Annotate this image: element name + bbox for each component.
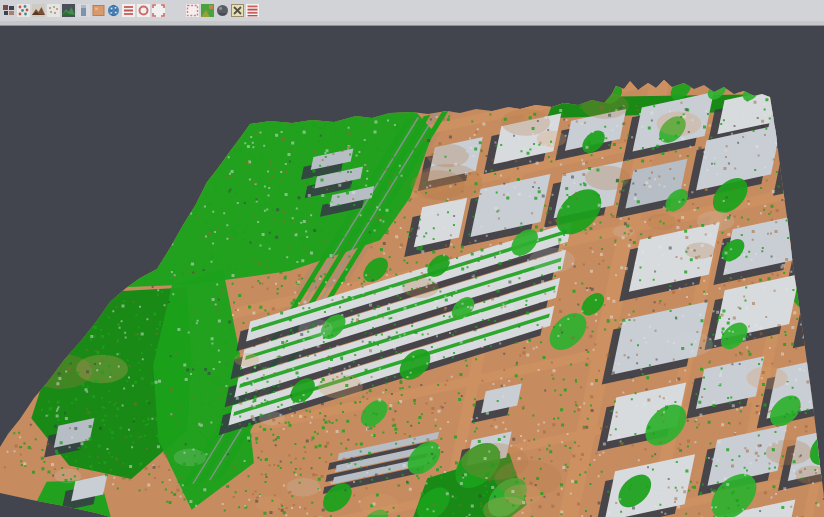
classification-map-icon[interactable] bbox=[200, 1, 215, 20]
clip-tool-icon[interactable] bbox=[230, 1, 245, 20]
sphere-render-icon[interactable] bbox=[215, 1, 230, 20]
surface-model-icon[interactable] bbox=[61, 1, 76, 20]
cross-section-icon[interactable] bbox=[76, 1, 91, 20]
report-icon[interactable] bbox=[245, 1, 260, 20]
orthophoto-icon[interactable] bbox=[91, 1, 106, 20]
selection-box-icon[interactable] bbox=[151, 1, 166, 20]
region-grid-icon[interactable] bbox=[185, 1, 200, 20]
toolbar-group-separator bbox=[166, 1, 185, 20]
main-toolbar bbox=[0, 0, 824, 21]
attribute-table-icon[interactable] bbox=[121, 1, 136, 20]
terrain-point-cloud-scene bbox=[0, 26, 824, 517]
viewport-3d[interactable] bbox=[0, 26, 824, 517]
georeference-icon[interactable] bbox=[106, 1, 121, 20]
terrain-model-icon[interactable] bbox=[31, 1, 46, 20]
classified-points-icon[interactable] bbox=[16, 1, 31, 20]
point-cloud-icon[interactable] bbox=[1, 1, 16, 20]
target-icon[interactable] bbox=[136, 1, 151, 20]
sparse-cloud-icon[interactable] bbox=[46, 1, 61, 20]
app-window bbox=[0, 0, 824, 517]
